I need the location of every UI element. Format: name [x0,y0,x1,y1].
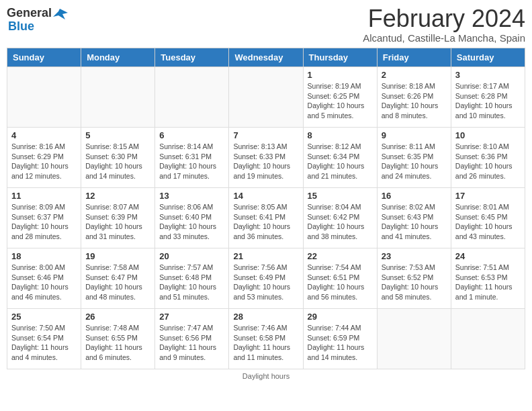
day-number: 17 [455,191,521,201]
calendar-cell: 12Sunrise: 8:07 AM Sunset: 6:39 PM Dayli… [81,188,155,248]
calendar-cell: 18Sunrise: 8:00 AM Sunset: 6:46 PM Dayli… [7,248,81,309]
day-number: 18 [11,251,77,261]
calendar-cell: 28Sunrise: 7:46 AM Sunset: 6:58 PM Dayli… [229,309,303,369]
calendar-cell [377,309,451,369]
calendar-cell: 23Sunrise: 7:53 AM Sunset: 6:52 PM Dayli… [377,248,451,309]
calendar-cell: 16Sunrise: 8:02 AM Sunset: 6:43 PM Dayli… [377,188,451,248]
day-header-thursday: Thursday [303,48,377,67]
day-info: Sunrise: 7:54 AM Sunset: 6:51 PM Dayligh… [308,263,373,302]
day-number: 1 [308,70,373,80]
calendar-cell: 22Sunrise: 7:54 AM Sunset: 6:51 PM Dayli… [303,248,377,309]
day-info: Sunrise: 7:53 AM Sunset: 6:52 PM Dayligh… [382,263,447,302]
day-number: 6 [159,130,224,140]
svg-marker-0 [53,9,68,19]
day-number: 16 [382,191,447,201]
calendar-cell: 17Sunrise: 8:01 AM Sunset: 6:45 PM Dayli… [451,188,525,248]
day-number: 24 [455,251,521,261]
day-info: Sunrise: 7:56 AM Sunset: 6:49 PM Dayligh… [233,263,298,302]
day-header-friday: Friday [377,48,451,67]
calendar-cell [229,67,303,128]
day-number: 27 [159,312,224,322]
day-info: Sunrise: 8:04 AM Sunset: 6:42 PM Dayligh… [308,202,373,242]
day-header-saturday: Saturday [451,48,525,67]
day-header-monday: Monday [81,48,155,67]
logo-general-text: General [7,7,52,20]
calendar-cell: 26Sunrise: 7:48 AM Sunset: 6:55 PM Dayli… [81,309,155,369]
day-number: 9 [382,130,447,140]
calendar-cell [451,309,525,369]
calendar-cell: 9Sunrise: 8:11 AM Sunset: 6:35 PM Daylig… [377,128,451,188]
calendar-cell: 24Sunrise: 7:51 AM Sunset: 6:53 PM Dayli… [451,248,525,309]
day-number: 12 [85,191,150,201]
day-number: 26 [85,312,150,322]
location-subtitle: Alcantud, Castille-La Mancha, Spain [363,32,525,44]
calendar-cell: 19Sunrise: 7:58 AM Sunset: 6:47 PM Dayli… [81,248,155,309]
calendar-cell: 20Sunrise: 7:57 AM Sunset: 6:48 PM Dayli… [155,248,229,309]
day-info: Sunrise: 8:05 AM Sunset: 6:41 PM Dayligh… [233,202,298,242]
day-header-sunday: Sunday [7,48,81,67]
day-info: Sunrise: 7:51 AM Sunset: 6:53 PM Dayligh… [455,263,521,302]
day-number: 10 [455,130,521,140]
calendar-cell: 1Sunrise: 8:19 AM Sunset: 6:25 PM Daylig… [303,67,377,128]
calendar-cell: 25Sunrise: 7:50 AM Sunset: 6:54 PM Dayli… [7,309,81,369]
footer-note: Daylight hours [7,372,525,380]
day-header-tuesday: Tuesday [155,48,229,67]
day-info: Sunrise: 7:47 AM Sunset: 6:56 PM Dayligh… [159,323,224,363]
day-info: Sunrise: 7:48 AM Sunset: 6:55 PM Dayligh… [85,323,150,363]
day-number: 15 [308,191,373,201]
day-info: Sunrise: 7:44 AM Sunset: 6:59 PM Dayligh… [308,323,373,363]
calendar-cell: 8Sunrise: 8:12 AM Sunset: 6:34 PM Daylig… [303,128,377,188]
day-info: Sunrise: 7:46 AM Sunset: 6:58 PM Dayligh… [233,323,298,363]
day-info: Sunrise: 8:14 AM Sunset: 6:31 PM Dayligh… [159,142,224,181]
day-info: Sunrise: 8:06 AM Sunset: 6:40 PM Dayligh… [159,202,224,242]
calendar-cell: 3Sunrise: 8:17 AM Sunset: 6:28 PM Daylig… [451,67,525,128]
day-number: 11 [11,191,77,201]
day-number: 8 [308,130,373,140]
day-number: 7 [233,130,298,140]
day-info: Sunrise: 8:13 AM Sunset: 6:33 PM Dayligh… [233,142,298,181]
calendar-cell: 4Sunrise: 8:16 AM Sunset: 6:29 PM Daylig… [7,128,81,188]
logo-bird-icon [53,7,68,19]
calendar-table: SundayMondayTuesdayWednesdayThursdayFrid… [7,48,525,369]
calendar-cell [155,67,229,128]
day-info: Sunrise: 8:07 AM Sunset: 6:39 PM Dayligh… [85,202,150,242]
day-number: 3 [455,70,521,80]
day-info: Sunrise: 8:02 AM Sunset: 6:43 PM Dayligh… [382,202,447,242]
day-number: 23 [382,251,447,261]
day-number: 14 [233,191,298,201]
calendar-cell: 27Sunrise: 7:47 AM Sunset: 6:56 PM Dayli… [155,309,229,369]
day-info: Sunrise: 8:00 AM Sunset: 6:46 PM Dayligh… [11,263,77,302]
day-number: 25 [11,312,77,322]
day-info: Sunrise: 8:18 AM Sunset: 6:26 PM Dayligh… [382,81,447,121]
day-number: 4 [11,130,77,140]
day-info: Sunrise: 8:09 AM Sunset: 6:37 PM Dayligh… [11,202,77,242]
day-number: 29 [308,312,373,322]
day-number: 2 [382,70,447,80]
calendar-cell: 13Sunrise: 8:06 AM Sunset: 6:40 PM Dayli… [155,188,229,248]
day-info: Sunrise: 8:11 AM Sunset: 6:35 PM Dayligh… [382,142,447,181]
logo: General Blue [7,7,68,34]
title-area: February 2024 Alcantud, Castille-La Manc… [363,7,525,44]
day-info: Sunrise: 8:17 AM Sunset: 6:28 PM Dayligh… [455,81,521,121]
calendar-cell: 7Sunrise: 8:13 AM Sunset: 6:33 PM Daylig… [229,128,303,188]
calendar-cell: 21Sunrise: 7:56 AM Sunset: 6:49 PM Dayli… [229,248,303,309]
day-number: 21 [233,251,298,261]
day-info: Sunrise: 8:12 AM Sunset: 6:34 PM Dayligh… [308,142,373,181]
day-info: Sunrise: 8:16 AM Sunset: 6:29 PM Dayligh… [11,142,77,181]
calendar-cell [7,67,81,128]
month-title: February 2024 [363,7,525,31]
day-number: 19 [85,251,150,261]
day-number: 28 [233,312,298,322]
day-info: Sunrise: 8:01 AM Sunset: 6:45 PM Dayligh… [455,202,521,242]
day-info: Sunrise: 8:15 AM Sunset: 6:30 PM Dayligh… [85,142,150,181]
calendar-cell: 11Sunrise: 8:09 AM Sunset: 6:37 PM Dayli… [7,188,81,248]
calendar-cell: 10Sunrise: 8:10 AM Sunset: 6:36 PM Dayli… [451,128,525,188]
day-info: Sunrise: 8:19 AM Sunset: 6:25 PM Dayligh… [308,81,373,121]
calendar-cell: 29Sunrise: 7:44 AM Sunset: 6:59 PM Dayli… [303,309,377,369]
day-info: Sunrise: 8:10 AM Sunset: 6:36 PM Dayligh… [455,142,521,181]
day-header-wednesday: Wednesday [229,48,303,67]
day-number: 5 [85,130,150,140]
day-number: 20 [159,251,224,261]
header: General Blue February 2024 Alcantud, Cas… [7,7,525,44]
calendar-cell: 5Sunrise: 8:15 AM Sunset: 6:30 PM Daylig… [81,128,155,188]
